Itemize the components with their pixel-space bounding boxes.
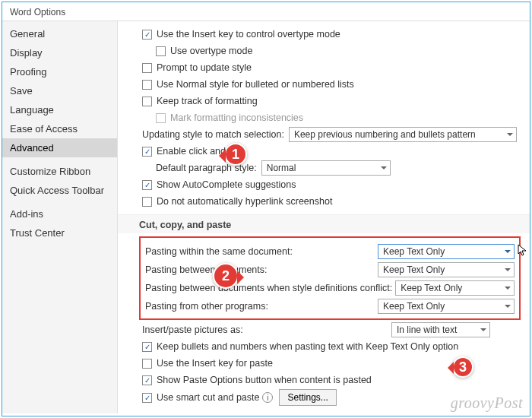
nav-display[interactable]: Display: [2, 43, 117, 62]
label-paste-conflict: Pasting between documents when style def…: [145, 283, 392, 293]
label-no-auto-hyperlink: Do not automatically hyperlink screensho…: [157, 196, 332, 207]
nav-save[interactable]: Save: [2, 81, 117, 100]
checkbox-keep-bullets[interactable]: ✓: [142, 342, 152, 352]
callout-1: 1: [224, 143, 247, 166]
dropdown-paste-conflict[interactable]: Keep Text Only: [395, 280, 515, 296]
callout-3: 3: [452, 356, 473, 378]
checkbox-insert-key-paste[interactable]: ✓: [142, 359, 152, 369]
checkbox-normal-style[interactable]: ✓: [142, 80, 152, 90]
paste-options-block: Pasting within the same document:Keep Te…: [139, 236, 521, 320]
label-insert-key: Use the Insert key to control overtype m…: [157, 29, 340, 40]
info-icon[interactable]: i: [262, 392, 273, 403]
window-title: Word Options: [2, 2, 530, 21]
label-keep-bullets: Keep bullets and numbers when pasting te…: [157, 341, 458, 352]
nav-advanced[interactable]: Advanced: [2, 138, 117, 157]
label-mark-incons: Mark formatting inconsistencies: [170, 112, 303, 123]
nav-customize-ribbon[interactable]: Customize Ribbon: [2, 162, 117, 181]
label-smart-cut: Use smart cut and paste: [157, 392, 259, 403]
checkbox-insert-key[interactable]: ✓: [142, 30, 152, 40]
label-autocomplete: Show AutoComplete suggestions: [157, 179, 296, 190]
label-default-para: Default paragraph style:: [156, 163, 257, 173]
label-show-paste-options: Show Paste Options button when content i…: [157, 375, 372, 385]
dropdown-paste-other[interactable]: Keep Text Only: [378, 299, 515, 314]
checkbox-click-type[interactable]: ✓: [142, 147, 152, 157]
checkbox-mark-incons: ✓: [156, 113, 166, 123]
label-insert-pics: Insert/paste pictures as:: [142, 325, 243, 335]
checkbox-smart-cut[interactable]: ✓: [142, 393, 152, 403]
checkbox-show-paste-options[interactable]: ✓: [142, 375, 152, 385]
checkbox-overtype[interactable]: ✓: [156, 46, 166, 56]
nav-quick-access-toolbar[interactable]: Quick Access Toolbar: [2, 181, 117, 200]
dropdown-default-para[interactable]: Normal: [261, 160, 391, 176]
nav-ease-of-access[interactable]: Ease of Access: [2, 119, 117, 138]
nav-add-ins[interactable]: Add-ins: [2, 204, 117, 223]
checkbox-prompt-update[interactable]: ✓: [142, 63, 152, 73]
checkbox-autocomplete[interactable]: ✓: [142, 180, 152, 190]
dropdown-insert-pics[interactable]: In line with text: [391, 322, 490, 337]
settings-button[interactable]: Settings...: [279, 389, 336, 406]
label-normal-style: Use Normal style for bulleted or numbere…: [157, 79, 354, 90]
main-panel: ✓Use the Insert key to control overtype …: [118, 21, 530, 413]
watermark: groovyPost: [451, 394, 523, 412]
label-paste-other: Pasting from other programs:: [145, 301, 268, 312]
checkbox-no-auto-hyperlink[interactable]: ✓: [142, 197, 152, 207]
dropdown-paste-between[interactable]: Keep Text Only: [378, 262, 515, 277]
label-paste-within: Pasting within the same document:: [145, 246, 293, 257]
nav-trust-center[interactable]: Trust Center: [2, 223, 117, 242]
label-insert-key-paste: Use the Insert key for paste: [157, 358, 273, 369]
nav-proofing[interactable]: Proofing: [2, 62, 117, 81]
label-prompt-update: Prompt to update style: [157, 62, 252, 73]
callout-2: 2: [213, 263, 239, 289]
label-keep-track: Keep track of formatting: [157, 96, 258, 106]
nav-general[interactable]: General: [2, 24, 117, 43]
checkbox-keep-track[interactable]: ✓: [142, 97, 152, 106]
label-update-style: Updating style to match selection:: [142, 129, 284, 140]
sidebar: General Display Proofing Save Language E…: [2, 21, 118, 413]
dropdown-update-style[interactable]: Keep previous numbering and bullets patt…: [289, 127, 517, 142]
nav-language[interactable]: Language: [2, 100, 117, 119]
section-cut-copy-paste: Cut, copy, and paste: [118, 214, 530, 233]
dropdown-paste-within[interactable]: Keep Text Only: [378, 244, 515, 259]
label-overtype: Use overtype mode: [170, 46, 252, 56]
